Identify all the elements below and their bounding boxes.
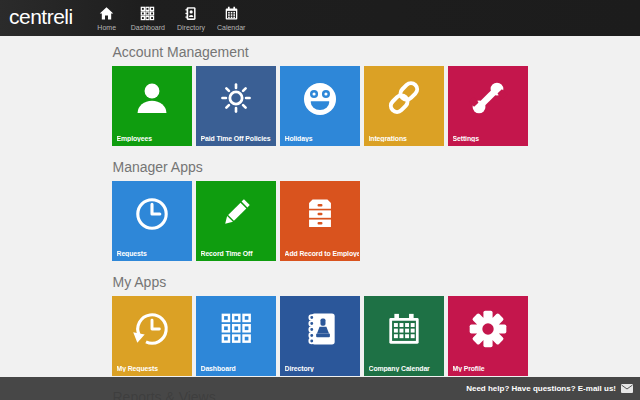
tile-row-my-apps: My Requests Dashboard: [112, 296, 529, 376]
tile-requests[interactable]: Requests: [112, 181, 192, 261]
tile-add-record-to-employee[interactable]: Add Record to Employee: [280, 181, 360, 261]
wrench-icon: [467, 77, 509, 123]
tile-record-time-off[interactable]: Record Time Off: [196, 181, 276, 261]
calendar-icon: [224, 4, 239, 22]
envelope-icon[interactable]: [621, 384, 633, 393]
person-icon: [131, 77, 173, 123]
tile-label: Directory: [285, 365, 359, 372]
tile-settings[interactable]: Settings: [448, 66, 528, 146]
tile-label: Company Calendar: [369, 365, 443, 372]
tile-dashboard[interactable]: Dashboard: [196, 296, 276, 376]
tile-integrations[interactable]: Integrations: [364, 66, 444, 146]
tile-label: My Requests: [117, 365, 191, 372]
tile-row-manager-apps: Requests Record Time Off: [112, 181, 529, 261]
top-nav: Home Dashboard: [89, 0, 252, 36]
gear-icon: [466, 307, 510, 355]
tile-label: Settings: [453, 135, 527, 142]
tile-label: Holidays: [285, 135, 359, 142]
notebook-contact-icon: [298, 307, 342, 355]
footer-bar: Need help? Have questions? E-mail us!: [0, 377, 640, 400]
directory-book-icon: [183, 4, 198, 22]
tile-employees[interactable]: Employees: [112, 66, 192, 146]
section-title-my-apps: My Apps: [113, 275, 529, 290]
clock-icon: [130, 192, 174, 240]
tile-paid-time-off-policies[interactable]: Paid Time Off Policies: [196, 66, 276, 146]
help-link[interactable]: Need help? Have questions? E-mail us!: [466, 384, 616, 393]
tile-label: Record Time Off: [201, 250, 275, 257]
nav-label: Home: [97, 24, 116, 31]
section-title-account-management: Account Management: [113, 45, 529, 60]
top-bar: centreli Home Dashboard: [0, 0, 640, 36]
tile-my-profile[interactable]: My Profile: [448, 296, 528, 376]
tile-company-calendar[interactable]: Company Calendar: [364, 296, 444, 376]
tile-label: Requests: [117, 250, 191, 257]
tile-label: Dashboard: [201, 365, 275, 372]
tile-label: Integrations: [369, 135, 443, 142]
dashboard-grid-icon: [140, 4, 155, 22]
tile-row-account-management: Employees Paid Time Off Policies: [112, 66, 529, 146]
tile-label: Paid Time Off Policies: [201, 135, 275, 142]
smiley-icon: [298, 77, 342, 125]
nav-item-calendar[interactable]: Calendar: [211, 0, 251, 31]
tile-holidays[interactable]: Holidays: [280, 66, 360, 146]
brand-logo[interactable]: centreli: [0, 5, 89, 31]
dashboard-grid-icon: [215, 307, 257, 353]
tile-label: Add Record to Employee: [285, 250, 359, 257]
tile-dashboard-content: Account Management Employees: [112, 45, 529, 400]
pencil-icon: [215, 192, 257, 238]
home-icon: [99, 4, 114, 22]
nav-label: Directory: [177, 24, 205, 31]
section-title-manager-apps: Manager Apps: [113, 160, 529, 175]
tile-label: Employees: [117, 135, 191, 142]
nav-item-directory[interactable]: Directory: [171, 0, 211, 31]
sun-icon: [215, 77, 257, 123]
nav-label: Dashboard: [131, 24, 165, 31]
nav-item-dashboard[interactable]: Dashboard: [125, 0, 171, 31]
history-clock-icon: [130, 307, 174, 355]
file-drawers-icon: [299, 192, 341, 238]
tile-my-requests[interactable]: My Requests: [112, 296, 192, 376]
calendar-icon: [382, 307, 426, 355]
tile-label: My Profile: [453, 365, 527, 372]
nav-label: Calendar: [217, 24, 245, 31]
chain-link-icon: [383, 77, 425, 123]
nav-item-home[interactable]: Home: [89, 0, 125, 31]
tile-directory[interactable]: Directory: [280, 296, 360, 376]
